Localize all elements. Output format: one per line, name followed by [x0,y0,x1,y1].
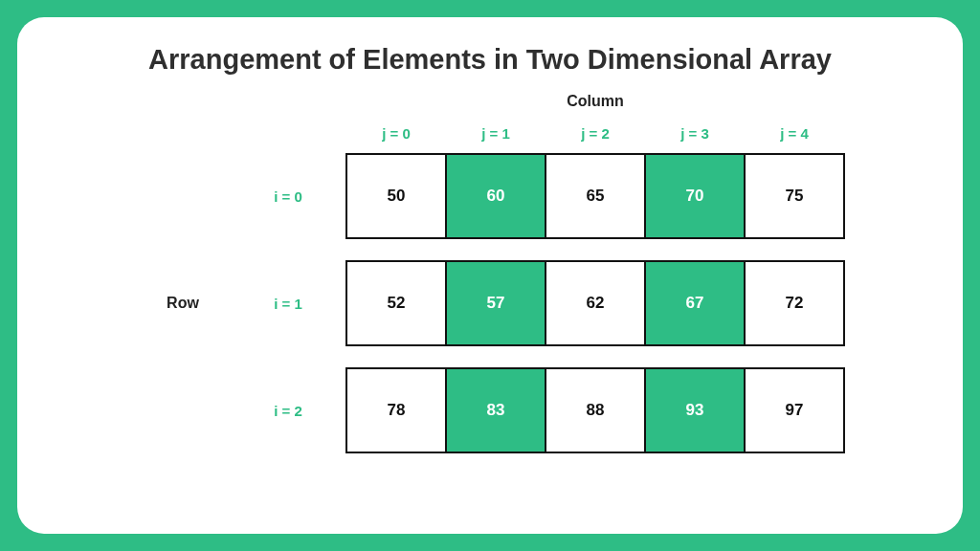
j-label-row: j = 0 j = 1 j = 2 j = 3 j = 4 [136,125,844,142]
array-cell: 88 [545,369,644,452]
diagram-card: Arrangement of Elements in Two Dimension… [17,17,963,534]
array-cell: 67 [644,262,744,344]
j-label: j = 3 [645,125,745,142]
cells-row: 50 60 65 70 75 [345,153,845,239]
cells-row: 52 57 62 67 72 [345,260,845,346]
array-cell: 60 [445,155,545,237]
j-label: j = 1 [446,125,546,142]
array-diagram: Column j = 0 j = 1 j = 2 j = 3 j = 4 Row… [56,93,924,453]
page-title: Arrangement of Elements in Two Dimension… [148,44,832,76]
data-row: i = 1 52 57 62 67 72 [231,260,845,346]
array-cell: 72 [744,262,843,344]
i-label: i = 0 [231,188,345,205]
rows-block: i = 0 50 60 65 70 75 i = 1 52 57 62 [231,153,845,453]
array-cell: 78 [345,369,445,452]
i-label: i = 2 [231,403,345,419]
array-cell: 65 [545,155,644,237]
array-cell: 50 [345,155,445,237]
j-labels: j = 0 j = 1 j = 2 j = 3 j = 4 [346,125,844,142]
column-axis-label: Column [346,93,844,110]
rows-area: Row i = 0 50 60 65 70 75 i = 1 52 [135,153,845,453]
array-cell: 93 [644,369,744,452]
array-cell: 70 [644,155,744,237]
data-row: i = 2 78 83 88 93 97 [231,367,845,453]
array-cell: 62 [545,262,644,344]
row-axis-label: Row [135,295,231,312]
cells-row: 78 83 88 93 97 [345,367,845,453]
array-cell: 52 [345,262,445,344]
data-row: i = 0 50 60 65 70 75 [231,153,845,239]
array-cell: 57 [445,262,545,344]
j-label: j = 2 [546,125,645,142]
array-cell: 75 [744,155,843,237]
j-label: j = 0 [346,125,446,142]
j-label: j = 4 [745,125,844,142]
column-header-wrap: Column [136,93,844,125]
array-cell: 83 [445,369,545,452]
i-label: i = 1 [231,296,345,312]
array-cell: 97 [744,369,843,452]
